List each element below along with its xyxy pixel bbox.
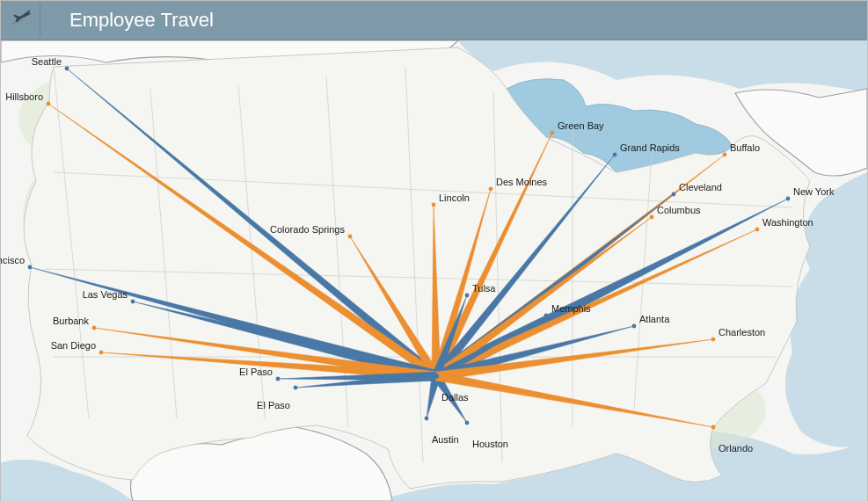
svg-point-32 (425, 417, 429, 421)
travel-panel: Employee Travel (0, 0, 868, 501)
svg-point-19 (348, 235, 353, 239)
panel-header: Employee Travel (1, 1, 867, 40)
svg-point-11 (551, 131, 555, 135)
svg-point-28 (99, 351, 104, 355)
svg-point-21 (28, 265, 33, 270)
svg-point-20 (755, 228, 760, 232)
svg-point-30 (294, 386, 298, 390)
svg-point-16 (672, 192, 676, 197)
svg-point-29 (276, 377, 281, 381)
map-canvas[interactable]: SeattleHillsboroGreen BayGrand RapidsBuf… (1, 40, 867, 501)
svg-point-34 (711, 425, 716, 430)
header-divider (40, 4, 40, 36)
svg-point-35 (434, 374, 439, 379)
svg-point-24 (544, 314, 549, 318)
airplane-icon (11, 8, 33, 33)
svg-point-25 (632, 324, 637, 329)
svg-point-12 (613, 153, 617, 157)
svg-point-9 (65, 67, 69, 71)
svg-point-27 (711, 338, 716, 342)
svg-point-26 (92, 326, 97, 330)
svg-point-10 (47, 102, 51, 106)
svg-point-23 (131, 300, 135, 304)
svg-point-18 (650, 215, 654, 220)
panel-title: Employee Travel (69, 9, 214, 32)
svg-point-22 (465, 294, 470, 298)
svg-point-33 (465, 421, 470, 425)
us-map (1, 40, 867, 501)
svg-point-17 (786, 197, 791, 201)
svg-point-15 (432, 203, 436, 207)
svg-point-13 (723, 153, 727, 157)
svg-point-14 (489, 187, 493, 192)
